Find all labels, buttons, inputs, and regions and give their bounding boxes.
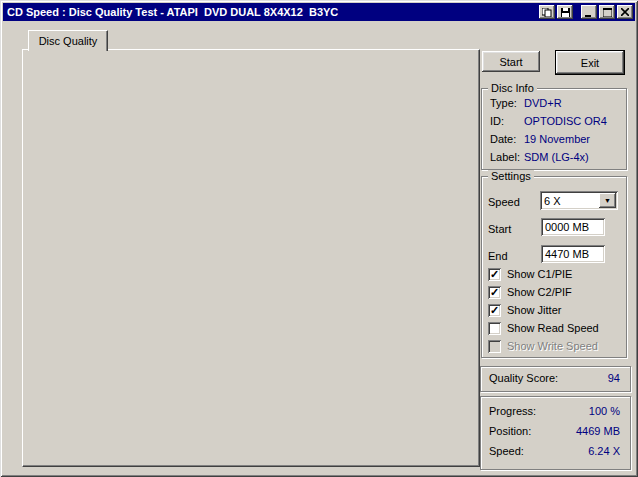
end-field-value: 4470 MB [545,248,589,260]
disc-info-group: Disc Info Type:DVD+R ID:OPTODISC OR4 Dat… [481,88,627,170]
exit-button[interactable]: Exit [555,50,625,75]
start-button[interactable]: Start [482,51,540,72]
checkbox-label: Show Jitter [507,304,561,316]
speed-readout-label: Speed: [489,445,524,457]
checkbox-show-c2-pif[interactable]: ✓Show C2/PIF [488,285,572,299]
save-button[interactable] [557,5,573,19]
disc-info-legend: Disc Info [488,82,537,94]
checkbox-icon [488,322,501,335]
checkbox-show-jitter[interactable]: ✓Show Jitter [488,303,561,317]
checkbox-label: Show C2/PIF [507,286,572,298]
progress-value: 100 % [589,405,620,417]
end-field[interactable]: 4470 MB [541,245,605,263]
speed-select[interactable]: 6 X ▼ [540,191,618,210]
quality-score-panel: Quality Score: 94 [480,366,631,392]
info-label: Label: [490,151,524,163]
checkbox-label: Show Read Speed [507,322,599,334]
info-value: 19 November [524,133,590,145]
close-button[interactable] [617,5,633,19]
maximize-button[interactable] [599,5,615,19]
progress-label: Progress: [489,405,536,417]
window-title: CD Speed : Disc Quality Test - ATAPI DVD… [3,6,338,18]
tab-disc-quality[interactable]: Disc Quality [28,30,108,51]
tab-page [22,49,480,467]
maximize-icon [603,8,612,17]
speed-readout-value: 6.24 X [588,445,620,457]
app-window: CD Speed : Disc Quality Test - ATAPI DVD… [0,0,638,477]
quality-score-value: 94 [608,372,620,384]
close-icon [621,8,629,16]
start-field[interactable]: 0000 MB [541,218,605,236]
info-value: SDM (LG-4x) [524,151,589,163]
position-value: 4469 MB [576,425,620,437]
minimize-button[interactable] [581,5,597,19]
checkbox-icon: ✓ [488,268,501,281]
position-label: Position: [489,425,531,437]
start-field-label: Start [488,223,511,235]
progress-panel: Progress:100 % Position:4469 MB Speed:6.… [480,396,631,470]
copy-pages-button[interactable] [539,5,555,19]
speed-label: Speed [488,196,520,208]
checkbox-show-read-speed[interactable]: Show Read Speed [488,321,599,335]
info-label: Type: [490,97,524,109]
checkbox-label: Show Write Speed [507,340,598,352]
minimize-icon [585,8,593,17]
info-value: DVD+R [524,97,562,109]
info-value: OPTODISC OR4 [524,115,607,127]
start-field-value: 0000 MB [545,221,589,233]
quality-score-label: Quality Score: [489,372,558,384]
chevron-down-icon[interactable]: ▼ [599,193,616,208]
title-bar[interactable]: CD Speed : Disc Quality Test - ATAPI DVD… [3,3,635,21]
start-button-label: Start [499,56,522,68]
exit-button-label: Exit [581,57,599,69]
checkbox-icon [488,340,501,353]
save-icon [561,8,570,17]
end-field-label: End [488,250,508,262]
checkbox-show-write-speed: Show Write Speed [488,339,598,353]
checkbox-show-c1-pie[interactable]: ✓Show C1/PIE [488,267,572,281]
checkbox-icon: ✓ [488,304,501,317]
info-label: ID: [490,115,524,127]
tab-label: Disc Quality [39,35,98,47]
settings-legend: Settings [488,170,534,182]
speed-value: 6 X [540,195,599,207]
checkbox-label: Show C1/PIE [507,268,572,280]
pages-icon [542,8,552,17]
checkbox-icon: ✓ [488,286,501,299]
info-label: Date: [490,133,524,145]
